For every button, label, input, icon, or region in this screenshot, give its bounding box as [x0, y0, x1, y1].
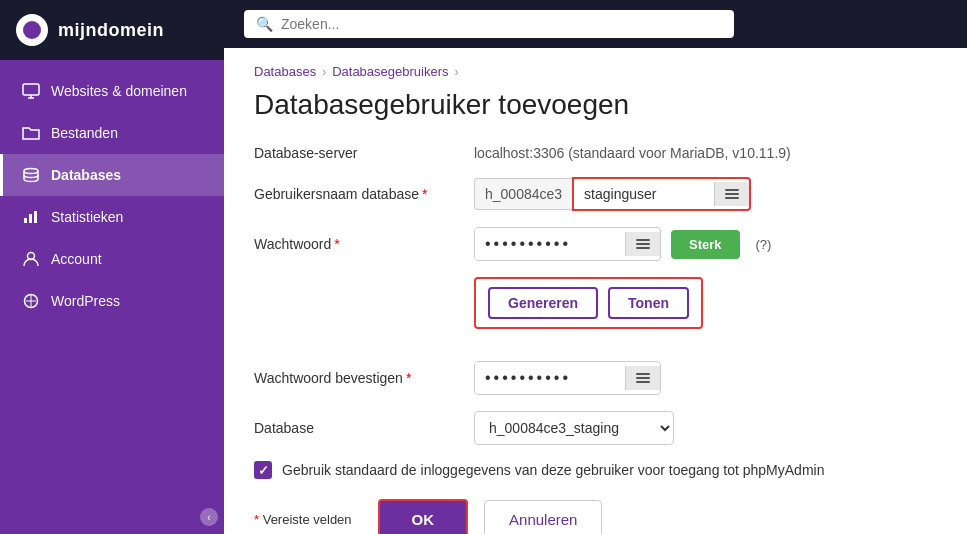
required-note: * Vereiste velden — [254, 512, 352, 527]
password-label: Wachtwoord* — [254, 236, 474, 252]
sidebar-item-label: Databases — [51, 167, 121, 183]
password-input[interactable] — [475, 228, 625, 260]
search-input[interactable] — [281, 16, 722, 32]
username-options-button[interactable] — [714, 182, 749, 206]
sidebar-item-label: Account — [51, 251, 102, 267]
sidebar-item-wordpress[interactable]: WordPress — [0, 280, 224, 322]
required-star-username: * — [422, 186, 427, 202]
form-row-actions: Genereren Tonen — [474, 277, 937, 345]
generate-button[interactable]: Genereren — [488, 287, 598, 319]
breadcrumb: Databases › Databasegebruikers › — [254, 64, 937, 79]
database-icon — [21, 165, 41, 185]
username-prefix: h_00084ce3 — [474, 178, 572, 210]
svg-point-3 — [24, 169, 38, 174]
server-label: Database-server — [254, 145, 474, 161]
content-area: Databases › Databasegebruikers › Databas… — [224, 48, 967, 534]
sidebar-item-account[interactable]: Account — [0, 238, 224, 280]
form-row-confirm: Wachtwoord bevestigen* — [254, 361, 937, 395]
confirm-label: Wachtwoord bevestigen* — [254, 370, 474, 386]
username-field-group — [572, 177, 751, 211]
svg-rect-12 — [636, 239, 650, 241]
sidebar-item-label: WordPress — [51, 293, 120, 309]
wordpress-icon — [21, 291, 41, 311]
search-box: 🔍 — [244, 10, 734, 38]
form-row-database: Database h_00084ce3_staging h_00084ce3_d… — [254, 411, 937, 445]
password-options-button[interactable] — [625, 232, 660, 256]
checkbox-label: Gebruik standaard de inloggegevens van d… — [282, 462, 824, 478]
svg-rect-11 — [725, 197, 739, 199]
svg-rect-0 — [23, 84, 39, 95]
form-row-username: Gebruikersnaam database* h_00084ce3 — [254, 177, 937, 211]
username-input[interactable] — [574, 179, 714, 209]
confirm-options-button[interactable] — [625, 366, 660, 390]
required-star-confirm: * — [406, 370, 411, 386]
sidebar: mijndomein Websites & domeinen Bestanden — [0, 0, 224, 534]
folder-icon — [21, 123, 41, 143]
svg-rect-6 — [34, 211, 37, 223]
chevron-left-icon: ‹ — [200, 508, 218, 526]
sidebar-item-label: Statistieken — [51, 209, 123, 225]
svg-rect-4 — [24, 218, 27, 223]
sidebar-item-bestanden[interactable]: Bestanden — [0, 112, 224, 154]
strength-help[interactable]: (?) — [756, 237, 772, 252]
sidebar-item-websites[interactable]: Websites & domeinen — [0, 70, 224, 112]
sidebar-item-label: Websites & domeinen — [51, 83, 187, 99]
svg-rect-17 — [636, 381, 650, 383]
checkbox-row: ✓ Gebruik standaard de inloggegevens van… — [254, 461, 937, 479]
sidebar-collapse-button[interactable]: ‹ — [0, 500, 224, 534]
password-input-wrap — [474, 227, 661, 261]
form-row-password: Wachtwoord* Sterk (?) — [254, 227, 937, 261]
monitor-icon — [21, 81, 41, 101]
svg-rect-14 — [636, 247, 650, 249]
svg-rect-13 — [636, 243, 650, 245]
search-icon: 🔍 — [256, 16, 273, 32]
sidebar-nav: Websites & domeinen Bestanden Databases — [0, 60, 224, 500]
logo-area: mijndomein — [0, 0, 224, 60]
ok-button[interactable]: OK — [378, 499, 469, 534]
server-value: localhost:3306 (standaard voor MariaDB, … — [474, 145, 791, 161]
sidebar-item-label: Bestanden — [51, 125, 118, 141]
username-label: Gebruikersnaam database* — [254, 186, 474, 202]
database-select[interactable]: h_00084ce3_staging h_00084ce3_db2 — [474, 411, 674, 445]
password-group: Sterk (?) — [474, 227, 771, 261]
breadcrumb-databases[interactable]: Databases — [254, 64, 316, 79]
breadcrumb-sep-1: › — [322, 65, 326, 79]
sidebar-item-databases[interactable]: Databases — [0, 154, 224, 196]
breadcrumb-sep-2: › — [455, 65, 459, 79]
user-icon — [21, 249, 41, 269]
chart-icon — [21, 207, 41, 227]
username-input-group: h_00084ce3 — [474, 177, 751, 211]
action-buttons-group: Genereren Tonen — [474, 277, 703, 329]
svg-rect-16 — [636, 377, 650, 379]
bottom-action-row: * Vereiste velden OK Annuleren — [254, 499, 937, 534]
svg-rect-9 — [725, 189, 739, 191]
sidebar-item-statistieken[interactable]: Statistieken — [0, 196, 224, 238]
check-icon: ✓ — [258, 463, 269, 478]
svg-rect-10 — [725, 193, 739, 195]
form-row-server: Database-server localhost:3306 (standaar… — [254, 145, 937, 161]
logo-text: mijndomein — [58, 20, 164, 41]
main-content: 🔍 Databases › Databasegebruikers › Datab… — [224, 0, 967, 534]
confirm-input-wrap — [474, 361, 661, 395]
topbar: 🔍 — [224, 0, 967, 48]
page-title: Databasegebruiker toevoegen — [254, 89, 937, 121]
breadcrumb-databasegebruikers[interactable]: Databasegebruikers — [332, 64, 448, 79]
database-label: Database — [254, 420, 474, 436]
logo-icon — [16, 14, 48, 46]
confirm-password-input[interactable] — [475, 362, 625, 394]
show-button[interactable]: Tonen — [608, 287, 689, 319]
strength-indicator: Sterk — [671, 230, 740, 259]
svg-rect-5 — [29, 214, 32, 223]
svg-rect-15 — [636, 373, 650, 375]
phpmyadmin-checkbox[interactable]: ✓ — [254, 461, 272, 479]
required-star-password: * — [334, 236, 339, 252]
cancel-button[interactable]: Annuleren — [484, 500, 602, 534]
